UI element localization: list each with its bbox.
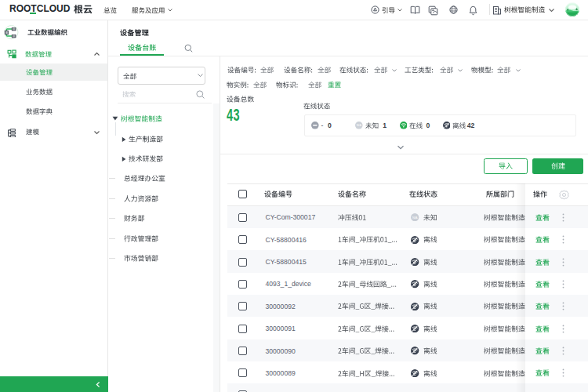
svg-text:N/A: N/A <box>412 216 418 220</box>
svg-text:N/A: N/A <box>357 125 362 128</box>
